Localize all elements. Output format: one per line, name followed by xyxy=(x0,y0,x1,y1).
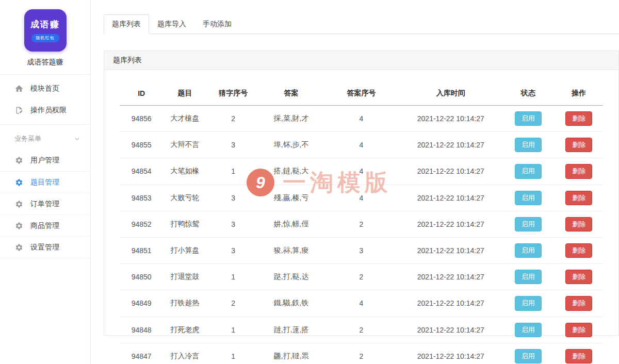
cell-guess-index: 1 xyxy=(207,264,260,290)
cell-title: 打鸭惊鸳 xyxy=(163,211,206,237)
sidebar-menu-item[interactable]: 设置管理 xyxy=(0,236,90,258)
cell-guess-index: 2 xyxy=(207,290,260,317)
sidebar-item-label: 模块首页 xyxy=(30,84,59,93)
cell-guess-index: 1 xyxy=(207,343,260,364)
tab-manual-add[interactable]: 手动添加 xyxy=(194,14,240,34)
enable-button[interactable]: 启用 xyxy=(515,138,542,152)
table-row: 94849 打铁趁热 2 鐵,驖,鉄,铁 4 2021-12-22 10:14:… xyxy=(120,290,603,317)
cell-answer-index: 3 xyxy=(323,237,400,263)
sidebar-menu-item-label: 商品管理 xyxy=(30,221,59,230)
table-row: 94852 打鸭惊鸳 3 妌,惊,幜,俓 2 2021-12-22 10:14:… xyxy=(120,211,603,237)
cell-id: 94851 xyxy=(120,237,163,263)
table-row: 94855 大辩不言 3 埠,钚,步,不 4 2021-12-22 10:14:… xyxy=(120,132,603,158)
cell-answer-index: 4 xyxy=(323,290,400,317)
tab-bar: 题库列表 题库导入 手动添加 xyxy=(104,14,619,34)
cell-guess-index: 3 xyxy=(207,185,260,211)
panel-body: ID 题目 猜字序号 答案 答案序号 入库时间 状态 操作 94856 大才榱盘… xyxy=(104,70,618,364)
sidebar-menu-item-label: 用户管理 xyxy=(30,156,59,165)
cell-id: 94856 xyxy=(120,106,163,132)
cell-answer: 搭,鐽,鞑,大 xyxy=(260,158,323,185)
table-row: 94848 打死老虎 1 躂,打,薘,搭 2 2021-12-22 10:14:… xyxy=(120,317,603,343)
enable-button[interactable]: 启用 xyxy=(515,243,542,258)
table-row: 94847 打入冷言 1 龘,打,韃,眔 2 2021-12-22 10:14:… xyxy=(120,343,603,364)
cell-id: 94849 xyxy=(120,290,163,317)
cell-id: 94852 xyxy=(120,211,163,237)
enable-button[interactable]: 启用 xyxy=(515,191,542,205)
col-header-guess-index: 猜字序号 xyxy=(207,81,260,106)
cell-guess-index: 3 xyxy=(207,211,260,237)
col-header-title: 题目 xyxy=(163,81,206,106)
logo-badge: 随机红包 xyxy=(31,34,59,42)
cell-time: 2021-12-22 10:14:27 xyxy=(400,106,501,132)
sidebar-menu-item-label: 题目管理 xyxy=(30,178,59,187)
cell-guess-index: 1 xyxy=(207,317,260,343)
section-label-text: 业务菜单 xyxy=(14,134,41,143)
logo-text: 成语赚 xyxy=(30,19,60,30)
cell-answer: 殘,贏,楱,亏 xyxy=(260,185,323,211)
delete-button[interactable]: 删除 xyxy=(565,243,592,258)
delete-button[interactable]: 删除 xyxy=(565,270,592,284)
enable-button[interactable]: 启用 xyxy=(515,349,542,363)
sidebar-top-group: 模块首页 操作员权限 xyxy=(0,75,90,125)
cell-title: 大笔如椽 xyxy=(163,158,206,185)
delete-button[interactable]: 删除 xyxy=(565,191,592,205)
cell-answer: 妌,惊,幜,俓 xyxy=(260,211,323,237)
sidebar-item-label: 操作员权限 xyxy=(30,106,67,115)
sidebar-item-operator-permission[interactable]: 操作员权限 xyxy=(0,100,90,121)
cell-guess-index: 3 xyxy=(207,237,260,263)
cell-title: 大败亏轮 xyxy=(163,185,206,211)
cell-title: 打入冷言 xyxy=(163,343,206,364)
gear-icon xyxy=(14,200,24,209)
cell-time: 2021-12-22 10:14:27 xyxy=(400,290,501,317)
tab-question-bank-import[interactable]: 题库导入 xyxy=(149,14,194,34)
cell-answer-index: 2 xyxy=(323,264,400,290)
sidebar-section-business-menu: 业务菜单 xyxy=(0,125,90,150)
delete-button[interactable]: 删除 xyxy=(565,138,592,152)
cell-title: 大辩不言 xyxy=(163,132,206,158)
tab-question-bank-list[interactable]: 题库列表 xyxy=(104,14,149,34)
cell-answer: 採,菜,財,才 xyxy=(260,106,323,132)
cell-guess-index: 2 xyxy=(207,106,260,132)
cell-answer-index: 4 xyxy=(323,185,400,211)
sidebar-menu-item[interactable]: 订单管理 xyxy=(0,193,90,214)
delete-button[interactable]: 删除 xyxy=(565,349,592,363)
enable-button[interactable]: 启用 xyxy=(515,217,542,231)
chevron-down-icon[interactable] xyxy=(73,135,81,143)
cell-id: 94854 xyxy=(120,158,163,185)
enable-button[interactable]: 启用 xyxy=(515,296,542,310)
cell-title: 打小算盘 xyxy=(163,237,206,263)
enable-button[interactable]: 启用 xyxy=(515,270,542,284)
enable-button[interactable]: 启用 xyxy=(515,164,542,178)
delete-button[interactable]: 删除 xyxy=(565,217,592,231)
sidebar-menu-item-label: 订单管理 xyxy=(30,200,59,209)
col-header-answer-index: 答案序号 xyxy=(323,81,400,106)
cell-time: 2021-12-22 10:14:27 xyxy=(400,237,501,263)
cell-answer: 鐵,驖,鉄,铁 xyxy=(260,290,323,317)
gear-icon xyxy=(14,243,24,252)
sidebar-menu-item[interactable]: 商品管理 xyxy=(0,214,90,236)
sidebar-menu-item[interactable]: 用户管理 xyxy=(0,150,90,171)
cell-answer: 埠,钚,步,不 xyxy=(260,132,323,158)
table-body: 94856 大才榱盘 2 採,菜,財,才 4 2021-12-22 10:14:… xyxy=(120,106,603,364)
cell-answer-index: 4 xyxy=(323,106,400,132)
enable-button[interactable]: 启用 xyxy=(515,111,542,126)
cell-id: 94853 xyxy=(120,185,163,211)
enable-button[interactable]: 启用 xyxy=(515,323,542,337)
sidebar-menu-item[interactable]: 题目管理 xyxy=(0,171,90,193)
delete-button[interactable]: 删除 xyxy=(565,111,592,126)
home-icon xyxy=(14,84,24,93)
sidebar-item-module-home[interactable]: 模块首页 xyxy=(0,78,90,100)
cell-guess-index: 3 xyxy=(207,132,260,158)
table-row: 94850 打退堂鼓 1 跶,打,鞑,达 2 2021-12-22 10:14:… xyxy=(120,264,603,290)
gear-icon xyxy=(14,221,24,230)
delete-button[interactable]: 删除 xyxy=(565,164,592,178)
delete-button[interactable]: 删除 xyxy=(565,323,592,337)
cell-answer-index: 4 xyxy=(323,132,400,158)
delete-button[interactable]: 删除 xyxy=(565,296,592,310)
cell-time: 2021-12-22 10:14:27 xyxy=(400,158,501,185)
app-window: 成语赚 随机红包 成语答题赚 模块首页 操作员权限 业务菜单 xyxy=(0,0,619,364)
cell-time: 2021-12-22 10:14:27 xyxy=(400,132,501,158)
cell-time: 2021-12-22 10:14:27 xyxy=(400,211,501,237)
table-row: 94851 打小算盘 3 狻,祘,算,痠 3 2021-12-22 10:14:… xyxy=(120,237,603,263)
cell-id: 94855 xyxy=(120,132,163,158)
